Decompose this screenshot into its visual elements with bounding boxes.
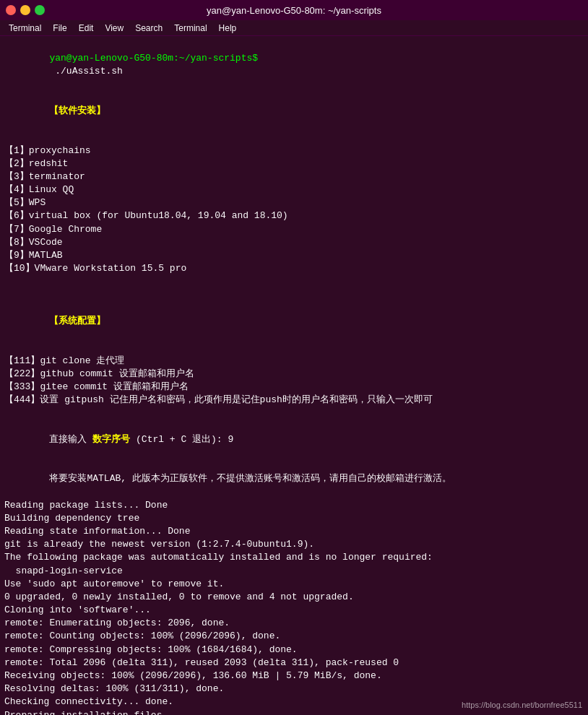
terminal-window: yan@yan-Lenovo-G50-80m: ~/yan-scripts Te… xyxy=(0,0,588,715)
item-111: 【111】git clone 走代理 xyxy=(4,355,584,368)
titlebar-title: yan@yan-Lenovo-G50-80m: ~/yan-scripts xyxy=(207,5,381,16)
item-10: 【10】VMware Workstation 15.5 pro xyxy=(4,262,584,275)
blank-2 xyxy=(4,275,584,288)
input-line: 直接输入 数字序号 (Ctrl + C 退出): 9 xyxy=(4,420,584,459)
item-8: 【8】VSCode xyxy=(4,236,584,249)
output-15: Resolving deltas: 100% (311/311), done. xyxy=(4,682,584,696)
item-333: 【333】gitee commit 设置邮箱和用户名 xyxy=(4,381,584,394)
section-software-header: 【软件安装】 xyxy=(49,105,105,116)
output-6: snapd-login-service xyxy=(4,565,584,578)
output-12: remote: Compressing objects: 100% (1684/… xyxy=(4,644,584,656)
prompt-line: yan@yan-Lenovo-G50-80m:~/yan-scripts$ ./… xyxy=(4,39,584,92)
output-1: Reading package lists... Done xyxy=(4,499,584,512)
menu-file[interactable]: File xyxy=(47,22,72,35)
blank-5 xyxy=(4,407,584,420)
blank-3 xyxy=(4,289,584,302)
terminal-content[interactable]: yan@yan-Lenovo-G50-80m:~/yan-scripts$ ./… xyxy=(0,36,588,715)
menu-terminal[interactable]: Terminal xyxy=(3,22,47,35)
menu-search[interactable]: Search xyxy=(129,22,168,35)
output-2: Building dependency tree xyxy=(4,512,584,525)
menubar: Terminal File Edit View Search Terminal … xyxy=(0,20,588,36)
minimize-button[interactable] xyxy=(20,5,30,15)
blank-4 xyxy=(4,341,584,354)
output-17: Preparing installation files ... xyxy=(4,709,584,715)
titlebar: yan@yan-Lenovo-G50-80m: ~/yan-scripts xyxy=(0,0,588,20)
output-3: Reading state information... Done xyxy=(4,525,584,538)
output-4: git is already the newest version (1:2.7… xyxy=(4,538,584,551)
item-9: 【9】MATLAB xyxy=(4,249,584,262)
menu-view[interactable]: View xyxy=(99,22,129,35)
blank-1 xyxy=(4,131,584,144)
output-8: 0 upgraded, 0 newly installed, 0 to remo… xyxy=(4,591,584,604)
command-text: ./uAssist.sh xyxy=(49,66,122,77)
output-10: remote: Enumerating objects: 2096, done. xyxy=(4,617,584,630)
item-2: 【2】redshit xyxy=(4,157,584,170)
terminal-wrapper: yan@yan-Lenovo-G50-80m:~/yan-scripts$ ./… xyxy=(0,36,588,715)
menu-help[interactable]: Help xyxy=(213,22,243,35)
section-sysconfig-header: 【系统配置】 xyxy=(49,316,105,326)
maximize-button[interactable] xyxy=(35,5,45,15)
item-3: 【3】terminator xyxy=(4,170,584,183)
output-11: remote: Counting objects: 100% (2096/209… xyxy=(4,630,584,643)
item-7: 【7】Google Chrome xyxy=(4,223,584,236)
output-14: Receiving objects: 100% (2096/2096), 136… xyxy=(4,670,584,682)
menu-terminal2[interactable]: Terminal xyxy=(168,22,212,35)
output-7: Use 'sudo apt autoremove' to remove it. xyxy=(4,578,584,591)
section-software: 【软件安装】 xyxy=(4,92,584,131)
output-5: The following package was automatically … xyxy=(4,551,584,564)
item-4: 【4】Linux QQ xyxy=(4,183,584,196)
close-button[interactable] xyxy=(6,5,16,15)
output-9: Cloning into 'software'... xyxy=(4,604,584,617)
menu-edit[interactable]: Edit xyxy=(73,22,100,35)
item-1: 【1】proxychains xyxy=(4,144,584,157)
info-line: 将要安装MATLAB, 此版本为正版软件，不提供激活账号和激活码，请用自己的校邮… xyxy=(4,459,584,499)
watermark: https://blog.csdn.net/bornfree5511 xyxy=(462,701,582,709)
output-13: remote: Total 2096 (delta 311), reused 2… xyxy=(4,656,584,670)
item-5: 【5】WPS xyxy=(4,196,584,209)
item-222: 【222】github commit 设置邮箱和用户名 xyxy=(4,368,584,381)
item-6: 【6】virtual box (for Ubuntu18.04, 19.04 a… xyxy=(4,209,584,222)
titlebar-buttons xyxy=(6,5,45,15)
item-444: 【444】设置 gitpush 记住用户名和密码，此项作用是记住push时的用户… xyxy=(4,394,584,407)
section-sysconfig: 【系统配置】 xyxy=(4,302,584,342)
prompt-text: yan@yan-Lenovo-G50-80m:~/yan-scripts$ xyxy=(49,53,258,64)
